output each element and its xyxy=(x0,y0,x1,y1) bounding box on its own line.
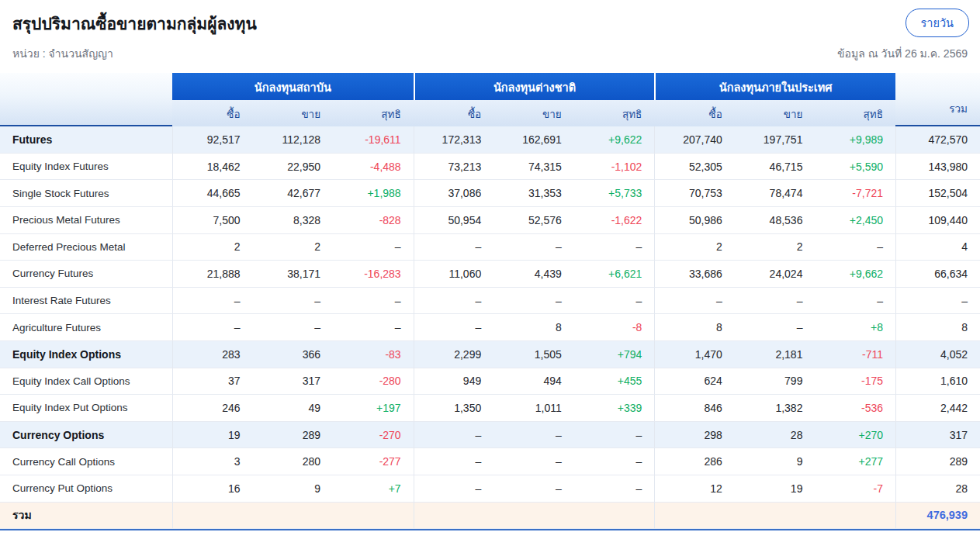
value-cell: – xyxy=(654,288,735,315)
column-header-net: สุทธิ xyxy=(574,100,655,130)
value-cell: 16 xyxy=(172,475,253,503)
value-cell: 7,500 xyxy=(172,207,253,234)
value-cell: 286 xyxy=(654,448,735,475)
value-cell: +2,450 xyxy=(815,207,895,234)
value-cell: -7,721 xyxy=(815,180,895,207)
value-cell: -8 xyxy=(574,314,655,341)
value-cell: -1,102 xyxy=(574,154,655,181)
value-cell: 9 xyxy=(735,448,816,475)
value-cell: 73,213 xyxy=(414,154,494,181)
value-cell: 162,691 xyxy=(493,126,574,154)
total-cell: 289 xyxy=(895,448,980,475)
value-cell: 37,086 xyxy=(414,180,494,207)
value-cell: 48,536 xyxy=(735,207,816,234)
value-cell: 2 xyxy=(735,234,816,261)
total-cell: 28 xyxy=(895,475,980,503)
value-cell: 50,954 xyxy=(414,207,494,234)
value-cell: 246 xyxy=(172,395,253,422)
row-label: รวม xyxy=(0,503,172,530)
value-cell: 799 xyxy=(735,368,816,396)
value-cell: – xyxy=(414,422,494,449)
value-cell: -277 xyxy=(333,448,414,475)
value-cell xyxy=(414,503,494,530)
value-cell: – xyxy=(574,448,655,475)
row-label: Interest Rate Futures xyxy=(0,288,172,315)
value-cell: 44,665 xyxy=(172,180,253,207)
column-header-sell: ขาย xyxy=(253,100,334,130)
column-header-sell: ขาย xyxy=(735,100,816,130)
total-cell: 4,052 xyxy=(895,341,980,368)
value-cell: +6,621 xyxy=(574,261,655,288)
total-cell: – xyxy=(895,288,980,315)
value-cell: 21,888 xyxy=(172,261,253,288)
value-cell: – xyxy=(815,288,895,315)
value-cell: -7 xyxy=(815,475,895,503)
value-cell: 70,753 xyxy=(654,180,735,207)
column-header-net: สุทธิ xyxy=(333,100,414,130)
value-cell: 317 xyxy=(253,368,334,396)
row-label: Equity Index Futures xyxy=(0,154,172,181)
page-header: สรุปปริมาณซื้อขายตามกลุ่มผู้ลงทุน รายวัน… xyxy=(0,0,980,73)
value-cell: -175 xyxy=(815,368,895,396)
group-header-foreign: นักลงทุนต่างชาติ xyxy=(414,73,655,102)
value-cell: -536 xyxy=(815,395,895,422)
value-cell: 46,715 xyxy=(735,154,816,181)
value-cell: +794 xyxy=(574,341,655,368)
value-cell xyxy=(735,503,816,530)
value-cell xyxy=(574,503,655,530)
column-header-net: สุทธิ xyxy=(815,100,895,130)
value-cell: 19 xyxy=(735,475,816,503)
value-cell: 8 xyxy=(493,314,574,341)
row-label: Currency Futures xyxy=(0,261,172,288)
value-cell: 74,315 xyxy=(493,154,574,181)
value-cell: 289 xyxy=(253,422,334,449)
value-cell: 298 xyxy=(654,422,735,449)
value-cell: 22,950 xyxy=(253,154,334,181)
value-cell: – xyxy=(172,288,253,315)
value-cell: 2 xyxy=(253,234,334,261)
value-cell: – xyxy=(574,234,655,261)
value-cell: 33,686 xyxy=(654,261,735,288)
total-cell: 472,570 xyxy=(895,126,980,154)
value-cell: 1,011 xyxy=(493,395,574,422)
value-cell: – xyxy=(333,234,414,261)
value-cell xyxy=(172,503,253,530)
value-cell: 2,299 xyxy=(414,341,494,368)
row-label: Currency Options xyxy=(0,422,172,449)
value-cell: +5,590 xyxy=(815,154,895,181)
value-cell: – xyxy=(493,448,574,475)
as-of-date-label: ข้อมูล ณ วันที่ 26 ม.ค. 2569 xyxy=(837,45,968,62)
group-header-institution: นักลงทุนสถาบัน xyxy=(172,73,414,102)
investor-summary-page: สรุปปริมาณซื้อขายตามกลุ่มผู้ลงทุน รายวัน… xyxy=(0,0,980,539)
value-cell: 2 xyxy=(172,234,253,261)
value-cell: 37 xyxy=(172,368,253,396)
value-cell: 18,462 xyxy=(172,154,253,181)
value-cell: +9,662 xyxy=(815,261,895,288)
value-cell: 846 xyxy=(654,395,735,422)
page-title: สรุปปริมาณซื้อขายตามกลุ่มผู้ลงทุน xyxy=(12,11,257,36)
value-cell: 8,328 xyxy=(253,207,334,234)
value-cell: +277 xyxy=(815,448,895,475)
value-cell xyxy=(333,503,414,530)
daily-period-button[interactable]: รายวัน xyxy=(906,9,969,37)
value-cell: 42,677 xyxy=(253,180,334,207)
row-label: Currency Call Options xyxy=(0,448,172,475)
value-cell: – xyxy=(333,288,414,315)
value-cell: +270 xyxy=(815,422,895,449)
value-cell: -1,622 xyxy=(574,207,655,234)
value-cell: 280 xyxy=(253,448,334,475)
value-cell: – xyxy=(815,234,895,261)
row-label: Currency Put Options xyxy=(0,475,172,503)
value-cell: 2,181 xyxy=(735,341,816,368)
row-label: Precious Metal Futures xyxy=(0,207,172,234)
value-cell: +1,988 xyxy=(333,180,414,207)
value-cell: -270 xyxy=(333,422,414,449)
value-cell: – xyxy=(735,288,816,315)
value-cell: – xyxy=(735,314,816,341)
value-cell: 12 xyxy=(654,475,735,503)
value-cell xyxy=(815,503,895,530)
row-label: Single Stock Futures xyxy=(0,180,172,207)
value-cell: 366 xyxy=(253,341,334,368)
total-cell: 66,634 xyxy=(895,261,980,288)
value-cell: 52,576 xyxy=(493,207,574,234)
